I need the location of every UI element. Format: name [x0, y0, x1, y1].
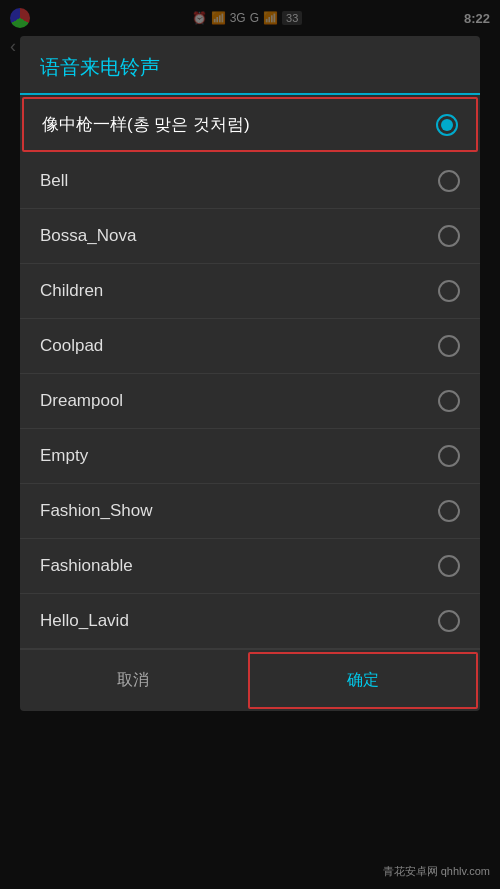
radio-coolpad — [438, 335, 460, 357]
radio-bossa-nova — [438, 225, 460, 247]
ringtone-name-fashionable: Fashionable — [40, 556, 133, 576]
ringtone-name-selected: 像中枪一样(총 맞은 것처럼) — [42, 113, 250, 136]
ringtone-item-bell[interactable]: Bell — [20, 154, 480, 209]
ringtone-item-empty[interactable]: Empty — [20, 429, 480, 484]
radio-hello-lavid — [438, 610, 460, 632]
ringtone-item-children[interactable]: Children — [20, 264, 480, 319]
watermark: 青花安卓网 qhhlv.com — [383, 864, 490, 879]
radio-children — [438, 280, 460, 302]
ringtone-name-hello-lavid: Hello_Lavid — [40, 611, 129, 631]
ringtone-name-coolpad: Coolpad — [40, 336, 103, 356]
ringtone-item-coolpad[interactable]: Coolpad — [20, 319, 480, 374]
radio-empty — [438, 445, 460, 467]
confirm-button[interactable]: 确定 — [248, 652, 478, 709]
dialog-footer: 取消 确定 — [20, 649, 480, 711]
radio-selected — [436, 114, 458, 136]
ringtone-item-fashion-show[interactable]: Fashion_Show — [20, 484, 480, 539]
ringtone-item-hello-lavid[interactable]: Hello_Lavid — [20, 594, 480, 649]
ringtone-name-empty: Empty — [40, 446, 88, 466]
radio-fashionable — [438, 555, 460, 577]
ringtone-dialog: 语音来电铃声 像中枪一样(총 맞은 것처럼) Bell Bossa_Nova C… — [20, 36, 480, 711]
ringtone-item-fashionable[interactable]: Fashionable — [20, 539, 480, 594]
ringtone-item-selected[interactable]: 像中枪一样(총 맞은 것처럼) — [22, 97, 478, 152]
dialog-header: 语音来电铃声 — [20, 36, 480, 95]
radio-dreampool — [438, 390, 460, 412]
ringtone-list: 像中枪一样(총 맞은 것처럼) Bell Bossa_Nova Children… — [20, 97, 480, 649]
radio-bell — [438, 170, 460, 192]
ringtone-name-fashion-show: Fashion_Show — [40, 501, 152, 521]
ringtone-item-dreampool[interactable]: Dreampool — [20, 374, 480, 429]
ringtone-name-dreampool: Dreampool — [40, 391, 123, 411]
ringtone-name-bell: Bell — [40, 171, 68, 191]
dialog-title: 语音来电铃声 — [40, 56, 160, 78]
ringtone-name-children: Children — [40, 281, 103, 301]
cancel-button[interactable]: 取消 — [20, 650, 246, 711]
ringtone-item-bossa-nova[interactable]: Bossa_Nova — [20, 209, 480, 264]
dialog-overlay: 语音来电铃声 像中枪一样(총 맞은 것처럼) Bell Bossa_Nova C… — [0, 0, 500, 889]
ringtone-name-bossa-nova: Bossa_Nova — [40, 226, 136, 246]
radio-fashion-show — [438, 500, 460, 522]
